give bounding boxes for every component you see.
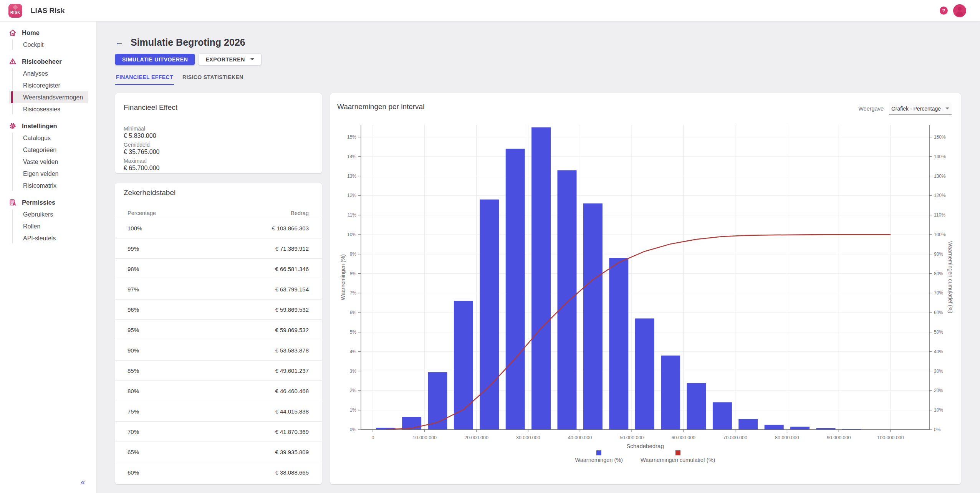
sidebar-item-risicomatrix[interactable]: Risicomatrix [0,180,96,192]
sidebar-item-label: Gebruikers [23,211,53,218]
sidebar-item-weerstandsvermogen[interactable]: Weerstandsvermogen [0,91,96,103]
svg-text:20.000.000: 20.000.000 [464,435,488,440]
sidebar-item-label: Risicosessies [23,106,60,113]
svg-text:Waarnemingen (%): Waarnemingen (%) [340,254,346,300]
sidebar-item-label: Risicomatrix [23,182,56,189]
sidebar-item-gebruikers[interactable]: Gebruikers [0,208,96,220]
nav-group-home: Home Cockpit [0,26,96,51]
percentage-cell: 100% [127,225,142,232]
percentage-cell: 97% [127,286,139,293]
sidebar-section-instellingen[interactable]: Instellingen [0,120,96,132]
svg-text:3%: 3% [350,369,357,374]
sidebar-item-rollen[interactable]: Rollen [0,220,96,232]
bedrag-cell: € 59.869.532 [275,306,309,313]
sidebar-item-label: Weerstandsvermogen [23,94,83,101]
sidebar-collapse-button[interactable]: « [81,478,85,486]
nav-group-instellingen: Instellingen Catalogus Categorieën Vaste… [0,120,96,192]
help-icon[interactable]: ? [940,7,948,15]
sidebar-item-cockpit[interactable]: Cockpit [0,39,96,51]
percentage-cell: 98% [127,266,139,272]
svg-text:110%: 110% [934,212,945,218]
sidebar-item-risicosessies[interactable]: Risicosessies [0,103,96,115]
run-simulation-button[interactable]: SIMULATIE UITVOEREN [115,54,195,65]
weergave-control: Weergave Grafiek - Percentage [858,103,952,115]
page-title: Simulatie Begroting 2026 [131,37,245,48]
table-row: 90%€ 53.583.878 [115,340,322,361]
nav-group-risicobeheer: Risicobeheer Analyses Risicoregister Wee… [0,55,96,115]
zekerheidstabel-card: Zekerheidstabel Percentage Bedrag 100%€ … [115,183,322,484]
sidebar-section-risicobeheer[interactable]: Risicobeheer [0,55,96,68]
table-row: 96%€ 59.869.532 [115,299,322,320]
sidebar-section-home[interactable]: Home [0,26,96,39]
avatar-person-shoulders [956,12,963,16]
percentage-cell: 95% [127,327,139,333]
sidebar-item-eigen-velden[interactable]: Eigen velden [0,168,96,180]
logo-text: RISK [10,10,20,15]
sidebar-item-vaste-velden[interactable]: Vaste velden [0,156,96,168]
bedrag-cell: € 66.581.346 [275,266,309,272]
svg-text:70.000.000: 70.000.000 [723,435,747,440]
maximaal-label: Maximaal [124,158,313,164]
tab-bar: FINANCIEEL EFFECT RISICO STATISTIEKEN [97,74,980,85]
app-logo: RISK [8,4,22,18]
svg-text:Schadebedrag: Schadebedrag [626,443,664,449]
legend-item-waarnemingen[interactable]: Waarnemingen (%) [575,450,623,463]
percentage-cell: 75% [127,408,139,415]
gemiddeld-value: € 35.765.000 [124,148,313,156]
svg-text:4%: 4% [350,349,357,354]
weergave-select[interactable]: Grafiek - Percentage [889,103,952,115]
svg-text:5%: 5% [350,329,357,335]
percentage-cell: 65% [127,449,139,455]
avatar[interactable] [953,4,966,17]
sidebar-item-label: Categorieën [23,147,56,154]
gemiddeld-label: Gemiddeld [124,142,313,148]
table-header: Percentage Bedrag [115,208,322,218]
percentage-cell: 96% [127,306,139,313]
sidebar-item-api-sleutels[interactable]: API-sleutels [0,232,96,244]
sidebar-item-label: Vaste velden [23,159,58,165]
legend-item-cumulatief[interactable]: Waarnemingen cumulatief (%) [641,450,715,463]
app-title: LIAS Risk [31,7,65,15]
table-row: 60%€ 38.088.665 [115,462,322,483]
svg-text:0%: 0% [350,427,357,432]
avatar-person-icon [958,7,962,11]
svg-text:0: 0 [372,435,374,440]
sidebar-item-categorieen[interactable]: Categorieën [0,144,96,156]
svg-text:60%: 60% [934,310,943,315]
sidebar-section-permissies[interactable]: Permissies [0,196,96,208]
back-arrow-icon[interactable]: ← [115,38,124,46]
tab-financieel-effect[interactable]: FINANCIEEL EFFECT [115,74,174,85]
table-row: 97%€ 63.799.154 [115,279,322,299]
svg-text:15%: 15% [347,134,356,140]
svg-text:7%: 7% [350,290,357,296]
percentage-cell: 99% [127,245,139,252]
sidebar-item-analyses[interactable]: Analyses [0,68,96,79]
sidebar-section-label: Permissies [22,199,55,206]
svg-text:50%: 50% [934,329,943,335]
svg-text:10%: 10% [347,232,356,237]
bedrag-cell: € 44.015.838 [275,408,309,415]
sidebar-item-label: Rollen [23,223,40,230]
svg-text:1%: 1% [350,407,357,413]
legend-label: Waarnemingen (%) [575,457,623,463]
export-button[interactable]: EXPORTEREN [199,54,261,65]
percentage-cell: 85% [127,367,139,374]
topbar: RISK LIAS Risk ? [0,0,980,22]
tab-risico-statistieken[interactable]: RISICO STATISTIEKEN [182,74,244,85]
svg-text:50.000.000: 50.000.000 [620,435,644,440]
sidebar-section-label: Home [22,29,40,36]
bedrag-cell: € 38.088.665 [275,469,309,476]
table-row: 70%€ 41.870.369 [115,422,322,442]
sidebar-item-catalogus[interactable]: Catalogus [0,132,96,144]
gear-icon [9,122,17,130]
sidebar-item-risicoregister[interactable]: Risicoregister [0,79,96,91]
logo-diamond-shape [13,4,18,10]
sidebar-item-label: Cockpit [23,41,43,48]
page-header: ← Simulatie Begroting 2026 [97,22,980,48]
sidebar-item-label: Eigen velden [23,170,59,177]
financieel-effect-card: Financieel Effect Minimaal € 5.830.000 G… [115,93,322,173]
table-row: 85%€ 49.601.237 [115,361,322,381]
chart-card: 0%1%2%3%4%5%6%7%8%9%10%11%12%13%14%15%0%… [330,93,961,484]
bedrag-cell: € 63.799.154 [275,286,309,293]
table-row: 100%€ 103.866.303 [115,218,322,238]
